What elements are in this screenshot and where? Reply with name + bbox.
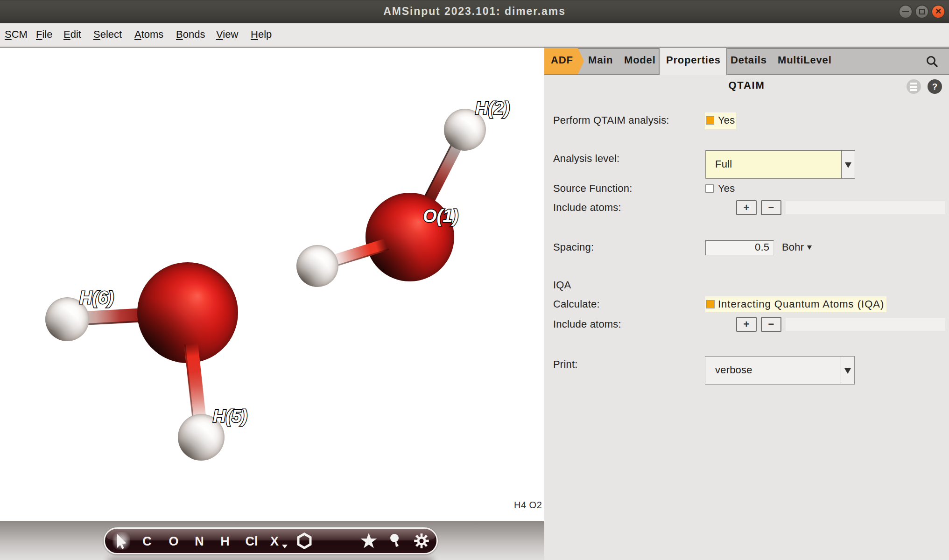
svg-text:O(1): O(1): [423, 206, 458, 226]
svg-text:H(6): H(6): [79, 288, 114, 308]
svg-text:X: X: [270, 534, 279, 548]
svg-text:C: C: [142, 534, 152, 548]
svg-text:Cl: Cl: [246, 534, 258, 548]
svg-text:H: H: [220, 534, 230, 548]
svg-text:O: O: [169, 534, 178, 548]
svg-text:N: N: [195, 534, 204, 548]
svg-text:H(2): H(2): [475, 98, 510, 118]
svg-text:H(5): H(5): [213, 406, 247, 426]
